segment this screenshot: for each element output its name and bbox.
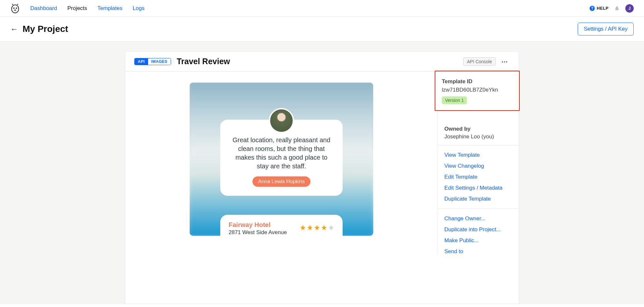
reviewer-avatar-img [270,109,293,132]
back-arrow-icon[interactable]: ← [10,25,18,33]
hotel-address: 2871 West Side Avenue [229,229,287,236]
svg-point-2 [13,7,14,9]
top-nav: Dashboard Projects Templates Logs ? HELP… [0,0,644,17]
top-nav-right: ? HELP J [590,4,634,13]
segmented-control: API IMAGES [134,58,171,65]
template-id-popover: Template ID lzw71BD60LB7Z0eYkn Version 1 [435,71,520,111]
card-header: API IMAGES Travel Review API Console ⋯ [125,52,519,72]
owned-by-label: Owned by [444,126,512,132]
help-button[interactable]: ? HELP [590,6,609,11]
hotel-rating [300,224,334,231]
link-send-to[interactable]: Send to [444,248,512,255]
template-id-label: Template ID [442,78,513,85]
hotel-name: Fairway Hotel [229,221,287,229]
logo[interactable] [10,4,20,13]
svg-point-0 [12,4,13,5]
api-console-button[interactable]: API Console [463,57,496,66]
card-header-left: API IMAGES Travel Review [134,57,230,66]
link-edit-template[interactable]: Edit Template [444,174,512,180]
review-text: Great location, really pleasant and clea… [229,136,334,171]
subheader: ← My Project Settings / API Key [0,17,644,42]
popover-inner: Template ID lzw71BD60LB7Z0eYkn Version 1 [435,71,519,110]
nav-logs[interactable]: Logs [133,5,145,12]
star-icon [321,224,327,231]
bell-icon[interactable] [614,6,620,11]
link-make-public[interactable]: Make Public... [444,237,512,244]
card-body: Great location, really pleasant and clea… [125,72,519,255]
sidebar-links-group-1: View Template View Changelog Edit Templa… [438,145,519,209]
link-edit-settings[interactable]: Edit Settings / Metadata [444,185,512,191]
hotel-info: Fairway Hotel 2871 West Side Avenue [229,221,287,236]
template-id-value: lzw71BD60LB7Z0eYkn [442,87,513,93]
nav-templates[interactable]: Templates [98,5,122,12]
star-icon [307,224,313,231]
owner-name: Josephine Loo (you) [444,134,512,140]
user-avatar[interactable]: J [625,4,634,13]
sidebar-links-group-2: Change Owner... Duplicate into Project..… [438,209,519,255]
star-empty-icon [328,224,334,231]
segment-images[interactable]: IMAGES [148,58,171,65]
more-menu-icon[interactable]: ⋯ [500,58,510,65]
template-name: Travel Review [177,57,230,66]
help-icon: ? [590,6,595,11]
page: API IMAGES Travel Review API Console ⋯ [0,42,644,304]
reviewer-name-badge: Anna Lewis Hopkins [252,176,311,187]
nav-projects[interactable]: Projects [67,5,87,12]
star-icon [300,224,306,231]
hotel-card: Fairway Hotel 2871 West Side Avenue [220,215,343,236]
project-title: My Project [23,24,68,34]
nav-dashboard[interactable]: Dashboard [30,5,57,12]
version-badge: Version 1 [442,96,467,104]
review-card: Great location, really pleasant and clea… [220,120,343,196]
svg-point-3 [16,7,17,9]
segment-api[interactable]: API [135,58,148,65]
link-duplicate-into-project[interactable]: Duplicate into Project... [444,226,512,233]
link-view-template[interactable]: View Template [444,152,512,158]
template-card: API IMAGES Travel Review API Console ⋯ [125,51,519,304]
template-preview-image: Great location, really pleasant and clea… [190,83,373,236]
svg-point-1 [17,4,18,5]
subheader-left: ← My Project [10,24,68,34]
star-icon [314,224,320,231]
top-nav-left: Dashboard Projects Templates Logs [10,4,145,13]
link-view-changelog[interactable]: View Changelog [444,163,512,169]
owned-by-section: Owned by Josephine Loo (you) [438,121,519,145]
help-label: HELP [597,6,609,11]
preview-area: Great location, really pleasant and clea… [125,72,438,255]
settings-api-key-button[interactable]: Settings / API Key [578,23,634,35]
nav-links: Dashboard Projects Templates Logs [30,5,145,12]
sidebar: Template ID lzw71BD60LB7Z0eYkn Version 1… [438,72,519,255]
card-header-right: API Console ⋯ [463,57,510,66]
reviewer-avatar [269,108,294,133]
svg-point-4 [15,9,15,10]
link-duplicate-template[interactable]: Duplicate Template [444,196,512,202]
link-change-owner[interactable]: Change Owner... [444,215,512,222]
bear-logo-icon [11,3,20,14]
